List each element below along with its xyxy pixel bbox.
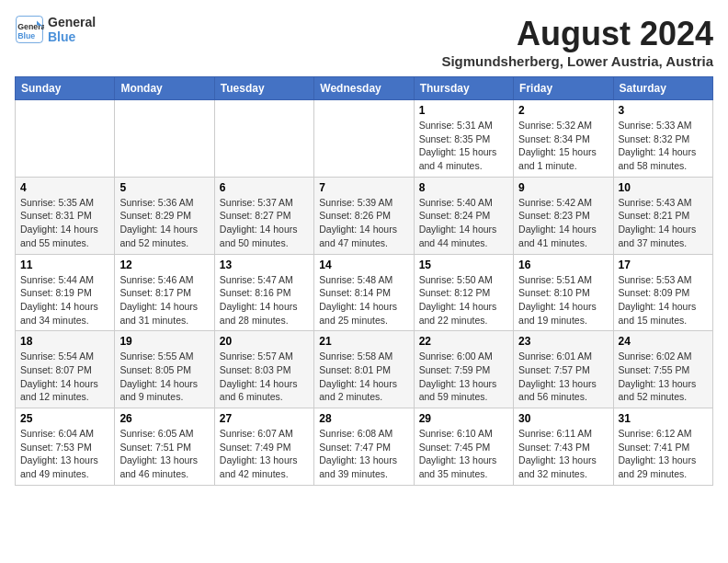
calendar-header-tuesday: Tuesday xyxy=(214,77,313,100)
day-info: Sunrise: 5:48 AM Sunset: 8:14 PM Dayligh… xyxy=(319,273,408,327)
calendar-cell: 12Sunrise: 5:46 AM Sunset: 8:17 PM Dayli… xyxy=(115,254,214,331)
calendar-header-saturday: Saturday xyxy=(613,77,712,100)
calendar-cell: 5Sunrise: 5:36 AM Sunset: 8:29 PM Daylig… xyxy=(115,177,214,254)
day-number: 18 xyxy=(20,335,109,348)
calendar-cell: 30Sunrise: 6:11 AM Sunset: 7:43 PM Dayli… xyxy=(514,408,613,486)
day-info: Sunrise: 5:47 AM Sunset: 8:16 PM Dayligh… xyxy=(220,273,309,327)
day-number: 15 xyxy=(419,259,508,271)
day-number: 7 xyxy=(319,181,408,194)
calendar-cell: 11Sunrise: 5:44 AM Sunset: 8:19 PM Dayli… xyxy=(16,254,115,331)
calendar-header-sunday: Sunday xyxy=(16,77,115,100)
calendar-header-row: SundayMondayTuesdayWednesdayThursdayFrid… xyxy=(16,77,713,100)
day-number: 29 xyxy=(419,412,508,425)
day-info: Sunrise: 5:36 AM Sunset: 8:29 PM Dayligh… xyxy=(119,196,209,250)
day-number: 6 xyxy=(220,181,309,194)
day-info: Sunrise: 5:46 AM Sunset: 8:17 PM Dayligh… xyxy=(119,273,209,327)
day-number: 14 xyxy=(319,259,408,271)
day-info: Sunrise: 6:08 AM Sunset: 7:47 PM Dayligh… xyxy=(319,427,408,481)
calendar-header-friday: Friday xyxy=(514,77,613,100)
day-number: 11 xyxy=(20,259,109,271)
calendar-cell xyxy=(16,100,115,178)
day-info: Sunrise: 6:11 AM Sunset: 7:43 PM Dayligh… xyxy=(518,427,608,481)
day-number: 16 xyxy=(518,259,608,271)
day-info: Sunrise: 5:37 AM Sunset: 8:27 PM Dayligh… xyxy=(220,196,309,250)
day-number: 10 xyxy=(619,181,708,194)
day-info: Sunrise: 6:04 AM Sunset: 7:53 PM Dayligh… xyxy=(20,427,109,481)
day-info: Sunrise: 6:10 AM Sunset: 7:45 PM Dayligh… xyxy=(419,427,508,481)
day-info: Sunrise: 5:43 AM Sunset: 8:21 PM Dayligh… xyxy=(619,196,708,250)
day-info: Sunrise: 5:53 AM Sunset: 8:09 PM Dayligh… xyxy=(619,273,708,327)
day-number: 1 xyxy=(419,104,508,117)
day-number: 3 xyxy=(619,104,708,117)
calendar-cell: 21Sunrise: 5:58 AM Sunset: 8:01 PM Dayli… xyxy=(314,331,414,408)
day-number: 19 xyxy=(119,335,209,348)
calendar-cell: 22Sunrise: 6:00 AM Sunset: 7:59 PM Dayli… xyxy=(414,331,513,408)
calendar-cell: 8Sunrise: 5:40 AM Sunset: 8:24 PM Daylig… xyxy=(414,177,513,254)
calendar-cell: 23Sunrise: 6:01 AM Sunset: 7:57 PM Dayli… xyxy=(514,331,613,408)
day-info: Sunrise: 6:05 AM Sunset: 7:51 PM Dayligh… xyxy=(119,427,209,481)
calendar-cell: 3Sunrise: 5:33 AM Sunset: 8:32 PM Daylig… xyxy=(613,100,712,178)
day-info: Sunrise: 5:32 AM Sunset: 8:34 PM Dayligh… xyxy=(518,119,608,173)
day-number: 27 xyxy=(220,412,309,425)
month-year-title: August 2024 xyxy=(441,15,713,53)
day-number: 24 xyxy=(619,335,708,348)
day-info: Sunrise: 5:54 AM Sunset: 8:07 PM Dayligh… xyxy=(20,350,109,404)
day-number: 28 xyxy=(319,412,408,425)
calendar-cell: 19Sunrise: 5:55 AM Sunset: 8:05 PM Dayli… xyxy=(115,331,214,408)
calendar-cell: 20Sunrise: 5:57 AM Sunset: 8:03 PM Dayli… xyxy=(214,331,313,408)
calendar-header-monday: Monday xyxy=(115,77,214,100)
day-info: Sunrise: 6:00 AM Sunset: 7:59 PM Dayligh… xyxy=(419,350,508,404)
day-info: Sunrise: 5:44 AM Sunset: 8:19 PM Dayligh… xyxy=(20,273,109,327)
calendar-cell: 25Sunrise: 6:04 AM Sunset: 7:53 PM Dayli… xyxy=(16,408,115,486)
calendar-cell xyxy=(115,100,214,178)
calendar-cell xyxy=(314,100,414,178)
calendar-cell: 1Sunrise: 5:31 AM Sunset: 8:35 PM Daylig… xyxy=(414,100,513,178)
day-info: Sunrise: 6:12 AM Sunset: 7:41 PM Dayligh… xyxy=(619,427,708,481)
day-number: 31 xyxy=(619,412,708,425)
calendar-week-row: 18Sunrise: 5:54 AM Sunset: 8:07 PM Dayli… xyxy=(16,331,713,408)
svg-text:Blue: Blue xyxy=(17,31,35,40)
calendar-cell: 27Sunrise: 6:07 AM Sunset: 7:49 PM Dayli… xyxy=(214,408,313,486)
day-info: Sunrise: 5:40 AM Sunset: 8:24 PM Dayligh… xyxy=(419,196,508,250)
day-info: Sunrise: 5:50 AM Sunset: 8:12 PM Dayligh… xyxy=(419,273,508,327)
day-info: Sunrise: 5:57 AM Sunset: 8:03 PM Dayligh… xyxy=(220,350,309,404)
svg-text:General: General xyxy=(17,22,44,31)
day-info: Sunrise: 5:33 AM Sunset: 8:32 PM Dayligh… xyxy=(619,119,708,173)
calendar-week-row: 25Sunrise: 6:04 AM Sunset: 7:53 PM Dayli… xyxy=(16,408,713,486)
day-info: Sunrise: 5:42 AM Sunset: 8:23 PM Dayligh… xyxy=(518,196,608,250)
day-info: Sunrise: 5:39 AM Sunset: 8:26 PM Dayligh… xyxy=(319,196,408,250)
day-info: Sunrise: 6:07 AM Sunset: 7:49 PM Dayligh… xyxy=(220,427,309,481)
calendar-cell: 17Sunrise: 5:53 AM Sunset: 8:09 PM Dayli… xyxy=(613,254,712,331)
day-number: 5 xyxy=(119,181,209,194)
calendar-header-thursday: Thursday xyxy=(414,77,513,100)
calendar-table: SundayMondayTuesdayWednesdayThursdayFrid… xyxy=(15,76,713,486)
calendar-cell: 9Sunrise: 5:42 AM Sunset: 8:23 PM Daylig… xyxy=(514,177,613,254)
day-number: 8 xyxy=(419,181,508,194)
calendar-cell: 15Sunrise: 5:50 AM Sunset: 8:12 PM Dayli… xyxy=(414,254,513,331)
day-number: 23 xyxy=(518,335,608,348)
day-info: Sunrise: 6:01 AM Sunset: 7:57 PM Dayligh… xyxy=(518,350,608,404)
calendar-cell: 16Sunrise: 5:51 AM Sunset: 8:10 PM Dayli… xyxy=(514,254,613,331)
calendar-cell: 13Sunrise: 5:47 AM Sunset: 8:16 PM Dayli… xyxy=(214,254,313,331)
calendar-cell xyxy=(214,100,313,178)
day-number: 26 xyxy=(119,412,209,425)
day-info: Sunrise: 5:35 AM Sunset: 8:31 PM Dayligh… xyxy=(20,196,109,250)
day-number: 22 xyxy=(419,335,508,348)
calendar-cell: 2Sunrise: 5:32 AM Sunset: 8:34 PM Daylig… xyxy=(514,100,613,178)
page-header: General Blue General Blue August 2024 Si… xyxy=(15,15,713,69)
location-subtitle: Sigmundsherberg, Lower Austria, Austria xyxy=(441,53,713,69)
title-block: August 2024 Sigmundsherberg, Lower Austr… xyxy=(441,15,713,69)
day-number: 13 xyxy=(220,259,309,271)
calendar-week-row: 4Sunrise: 5:35 AM Sunset: 8:31 PM Daylig… xyxy=(16,177,713,254)
day-number: 4 xyxy=(20,181,109,194)
day-number: 25 xyxy=(20,412,109,425)
logo: General Blue General Blue xyxy=(15,15,96,44)
logo-blue: Blue xyxy=(48,29,96,44)
day-info: Sunrise: 5:55 AM Sunset: 8:05 PM Dayligh… xyxy=(119,350,209,404)
day-info: Sunrise: 5:58 AM Sunset: 8:01 PM Dayligh… xyxy=(319,350,408,404)
day-number: 2 xyxy=(518,104,608,117)
logo-general: General xyxy=(48,15,96,29)
day-number: 30 xyxy=(518,412,608,425)
calendar-cell: 4Sunrise: 5:35 AM Sunset: 8:31 PM Daylig… xyxy=(16,177,115,254)
calendar-cell: 29Sunrise: 6:10 AM Sunset: 7:45 PM Dayli… xyxy=(414,408,513,486)
